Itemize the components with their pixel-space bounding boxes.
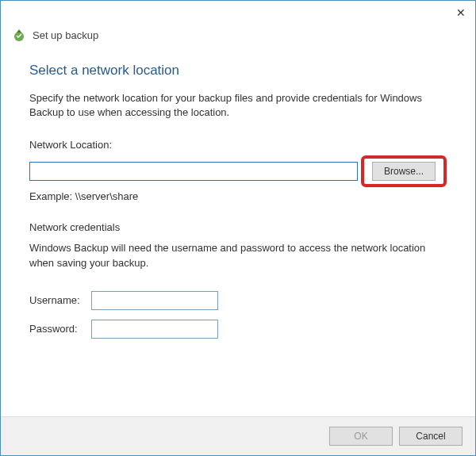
example-text: Example: \\server\share <box>29 190 447 202</box>
content-area: Select a network location Specify the ne… <box>1 48 475 416</box>
password-row: Password: <box>29 320 447 339</box>
credentials-heading: Network credentials <box>29 221 447 233</box>
password-label: Password: <box>29 323 91 335</box>
titlebar: ✕ <box>1 1 475 25</box>
dialog-window: ✕ Set up backup Select a network locatio… <box>0 0 476 456</box>
browse-highlight: Browse... <box>361 155 447 187</box>
page-heading: Select a network location <box>29 63 447 79</box>
cancel-button[interactable]: Cancel <box>399 427 463 446</box>
username-input[interactable] <box>91 291 218 310</box>
network-location-input[interactable] <box>29 162 358 181</box>
browse-button[interactable]: Browse... <box>372 162 436 181</box>
password-input[interactable] <box>91 320 218 339</box>
network-location-row: Browse... <box>29 155 447 187</box>
dialog-title: Set up backup <box>33 29 98 41</box>
username-row: Username: <box>29 291 447 310</box>
dialog-header: Set up backup <box>1 25 475 48</box>
dialog-footer: OK Cancel <box>1 416 475 455</box>
credentials-description: Windows Backup will need the username an… <box>29 241 447 270</box>
close-icon[interactable]: ✕ <box>456 6 466 19</box>
ok-button[interactable]: OK <box>329 427 393 446</box>
backup-icon <box>12 28 26 42</box>
page-description: Specify the network location for your ba… <box>29 91 447 120</box>
network-location-label: Network Location: <box>29 139 447 151</box>
username-label: Username: <box>29 294 91 306</box>
